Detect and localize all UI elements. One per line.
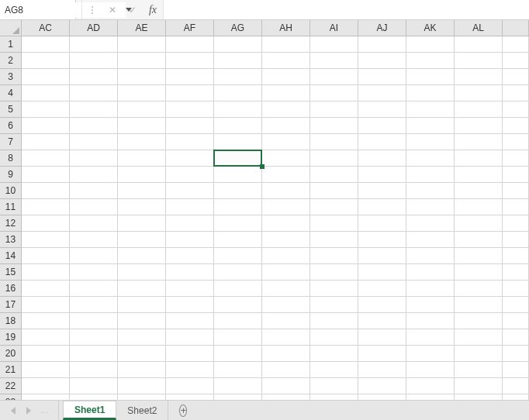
cell[interactable] xyxy=(406,134,455,150)
sheet-tab[interactable]: Sheet2 xyxy=(116,401,168,420)
column-header[interactable]: AC xyxy=(22,20,70,36)
row-header[interactable]: 16 xyxy=(0,281,22,297)
column-header[interactable]: AE xyxy=(118,20,166,36)
cell[interactable] xyxy=(310,53,358,69)
cell[interactable] xyxy=(455,150,503,167)
cell[interactable] xyxy=(166,199,214,215)
column-header[interactable]: AG xyxy=(214,20,262,36)
cell[interactable] xyxy=(70,329,118,346)
cell[interactable] xyxy=(22,215,70,232)
cell[interactable] xyxy=(406,53,455,69)
cell[interactable] xyxy=(166,394,214,400)
cell[interactable] xyxy=(406,36,455,53)
cell[interactable] xyxy=(503,215,529,232)
cell[interactable] xyxy=(310,167,358,183)
cell[interactable] xyxy=(118,167,166,183)
row-header[interactable]: 5 xyxy=(0,102,22,118)
cell[interactable] xyxy=(214,362,262,378)
cell[interactable] xyxy=(166,150,214,167)
cell[interactable] xyxy=(455,118,503,134)
row-header[interactable]: 17 xyxy=(0,297,22,313)
cell[interactable] xyxy=(406,264,455,281)
cell[interactable] xyxy=(358,102,406,118)
cell[interactable] xyxy=(22,167,70,183)
cell[interactable] xyxy=(70,281,118,297)
cell[interactable] xyxy=(22,134,70,150)
column-header[interactable]: AH xyxy=(262,20,310,36)
cell[interactable] xyxy=(262,215,310,232)
cell[interactable] xyxy=(262,394,310,400)
insert-function-button[interactable]: fx xyxy=(143,0,163,19)
cell[interactable] xyxy=(310,297,358,313)
cell[interactable] xyxy=(262,297,310,313)
formula-input[interactable] xyxy=(163,0,529,19)
cell[interactable] xyxy=(214,378,262,394)
cell[interactable] xyxy=(214,329,262,346)
sheet-tab[interactable]: Sheet1 xyxy=(63,401,116,420)
cell[interactable] xyxy=(166,281,214,297)
cell[interactable] xyxy=(22,118,70,134)
cell[interactable] xyxy=(70,85,118,102)
cell[interactable] xyxy=(503,378,529,394)
cell[interactable] xyxy=(262,53,310,69)
row-header[interactable]: 2 xyxy=(0,53,22,69)
cell[interactable] xyxy=(503,36,529,53)
cell[interactable] xyxy=(310,69,358,85)
cell[interactable] xyxy=(214,85,262,102)
cell[interactable] xyxy=(406,183,455,199)
cell[interactable] xyxy=(118,36,166,53)
cell[interactable] xyxy=(455,69,503,85)
cell[interactable] xyxy=(214,118,262,134)
cell[interactable] xyxy=(70,183,118,199)
cell[interactable] xyxy=(262,378,310,394)
cell[interactable] xyxy=(214,313,262,329)
cell[interactable] xyxy=(214,394,262,400)
cell[interactable] xyxy=(406,394,455,400)
cell[interactable] xyxy=(118,248,166,264)
cell[interactable] xyxy=(503,150,529,167)
cell[interactable] xyxy=(503,199,529,215)
cell[interactable] xyxy=(166,297,214,313)
cell[interactable] xyxy=(214,69,262,85)
cell[interactable] xyxy=(22,102,70,118)
cell[interactable] xyxy=(310,102,358,118)
row-header[interactable]: 14 xyxy=(0,248,22,264)
cell[interactable] xyxy=(358,378,406,394)
cell[interactable] xyxy=(455,183,503,199)
cell[interactable] xyxy=(118,329,166,346)
cell[interactable] xyxy=(22,69,70,85)
cell[interactable] xyxy=(22,85,70,102)
cell[interactable] xyxy=(503,118,529,134)
cell[interactable] xyxy=(166,313,214,329)
cell[interactable] xyxy=(214,215,262,232)
cell[interactable] xyxy=(455,102,503,118)
cell[interactable] xyxy=(455,362,503,378)
cell[interactable] xyxy=(22,281,70,297)
column-header[interactable] xyxy=(503,20,529,36)
column-header[interactable]: AK xyxy=(406,20,455,36)
cell[interactable] xyxy=(118,394,166,400)
row-header[interactable]: 18 xyxy=(0,313,22,329)
cell[interactable] xyxy=(70,69,118,85)
cell[interactable] xyxy=(503,248,529,264)
row-header[interactable]: 23 xyxy=(0,394,22,400)
cell[interactable] xyxy=(455,313,503,329)
cell[interactable] xyxy=(455,85,503,102)
cell[interactable] xyxy=(358,281,406,297)
cell[interactable] xyxy=(262,264,310,281)
cell[interactable] xyxy=(214,36,262,53)
cell[interactable] xyxy=(214,264,262,281)
cell[interactable] xyxy=(118,281,166,297)
cell[interactable] xyxy=(70,134,118,150)
row-header[interactable]: 1 xyxy=(0,36,22,53)
cell[interactable] xyxy=(70,264,118,281)
tab-scroll-left-button[interactable] xyxy=(8,401,19,420)
cell[interactable] xyxy=(70,199,118,215)
cell[interactable] xyxy=(118,264,166,281)
column-header[interactable]: AD xyxy=(70,20,118,36)
cell[interactable] xyxy=(358,248,406,264)
cell[interactable] xyxy=(118,118,166,134)
cell[interactable] xyxy=(310,134,358,150)
cell[interactable] xyxy=(406,215,455,232)
cell[interactable] xyxy=(406,150,455,167)
